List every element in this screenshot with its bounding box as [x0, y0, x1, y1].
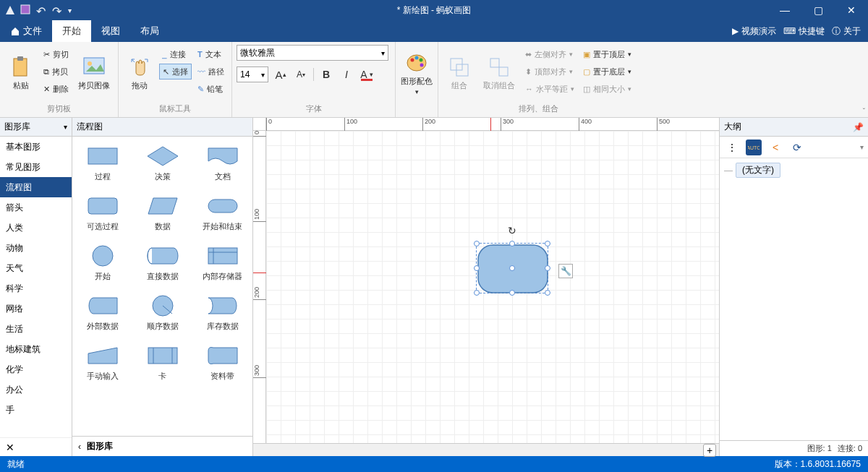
shape-item[interactable]: 可选过程 — [72, 191, 132, 235]
category-item[interactable]: 科学 — [0, 278, 72, 299]
resize-handle[interactable] — [474, 265, 480, 271]
category-item[interactable]: 化学 — [0, 359, 72, 379]
drag-tool-button[interactable]: 拖动 — [123, 45, 156, 101]
copy-button[interactable]: ⧉拷贝 — [41, 64, 72, 80]
shape-item[interactable]: 顺序数据 — [132, 291, 192, 335]
canvas-scrollbar-h[interactable]: + — [253, 443, 719, 456]
close-library-button[interactable]: ✕ — [0, 437, 72, 456]
shape-item[interactable]: 卡 — [132, 340, 192, 385]
resize-handle[interactable] — [509, 290, 515, 296]
category-item[interactable]: 手 — [0, 400, 72, 420]
shape-item[interactable]: 外部数据 — [72, 291, 132, 335]
resize-handle[interactable] — [545, 241, 550, 246]
minimize-button[interactable]: — — [768, 0, 801, 20]
shape-color-button[interactable]: 图形配色 ▾ — [400, 45, 433, 101]
cut-button[interactable]: ✂剪切 — [41, 46, 72, 62]
shape-item[interactable]: 文档 — [192, 141, 252, 185]
resize-handle[interactable] — [509, 241, 515, 246]
close-button[interactable]: ✕ — [835, 0, 868, 20]
bring-front-button[interactable]: ▣置于顶层▾ — [580, 46, 634, 62]
back-icon[interactable]: ‹ — [78, 442, 81, 452]
ungroup-button[interactable]: 取消组合 — [479, 45, 519, 101]
about-link[interactable]: ⓘ关于 — [832, 25, 861, 38]
category-item[interactable]: 动物 — [0, 238, 72, 258]
shape-item[interactable]: 手动输入 — [72, 340, 132, 385]
shape-item[interactable]: 过程 — [72, 141, 132, 185]
resize-handle[interactable] — [474, 290, 480, 296]
qat-dropdown-icon[interactable]: ▾ — [68, 7, 72, 14]
shape-item[interactable]: 开始 — [72, 241, 132, 285]
shapes-grid-scroll[interactable]: 过程决策文档可选过程数据开始和结束开始直接数据内部存储器外部数据顺序数据库存数据… — [72, 137, 252, 436]
pin-icon[interactable]: 📌 — [853, 122, 864, 132]
category-item[interactable]: 地标建筑 — [0, 339, 72, 359]
copy-image-button[interactable]: 拷贝图像 — [75, 45, 114, 101]
ribbon-collapse-button[interactable]: ˇ — [863, 108, 865, 116]
paste-button[interactable]: 粘贴 — [4, 45, 38, 101]
increase-font-button[interactable]: A▴ — [273, 66, 289, 82]
text-tool-button[interactable]: T文本 — [195, 46, 227, 62]
decrease-font-button[interactable]: A▾ — [293, 66, 309, 82]
selected-shape[interactable]: ↻ — [476, 243, 548, 293]
canvas[interactable]: ↻ 🔧 — [266, 131, 719, 443]
outline-auto-icon[interactable]: AUTO — [746, 140, 762, 155]
tab-layout[interactable]: 布局 — [130, 20, 169, 42]
resize-handle[interactable] — [474, 241, 480, 246]
shape-tool-icon[interactable]: 🔧 — [558, 264, 573, 278]
undo-icon[interactable]: ↶ — [36, 4, 48, 16]
pencil-tool-button[interactable]: ✎铅笔 — [195, 81, 227, 97]
tab-view[interactable]: 视图 — [91, 20, 130, 42]
center-handle[interactable] — [509, 265, 515, 271]
maximize-button[interactable]: ▢ — [801, 0, 835, 20]
category-item[interactable]: 天气 — [0, 258, 72, 278]
select-tool-button[interactable]: ↖选择 — [159, 64, 192, 80]
path-tool-button[interactable]: 〰路径 — [195, 64, 227, 80]
delete-button[interactable]: ✕删除 — [41, 81, 72, 97]
add-page-button[interactable]: + — [703, 444, 716, 457]
dist-h-button[interactable]: ↔水平等距▾ — [522, 81, 577, 97]
redo-icon[interactable]: ↷ — [52, 4, 64, 16]
bold-button[interactable]: B — [318, 66, 334, 82]
shape-item[interactable]: 库存数据 — [192, 291, 252, 335]
italic-button[interactable]: I — [339, 66, 354, 82]
video-demo-link[interactable]: ▶视频演示 — [732, 25, 776, 38]
outline-node[interactable]: — (无文字) — [724, 163, 864, 178]
send-back-button[interactable]: ▢置于底层▾ — [580, 64, 634, 80]
category-item[interactable]: 基本图形 — [0, 137, 72, 157]
outline-menu-icon[interactable]: ⋮ — [724, 140, 740, 155]
shape-label: 库存数据 — [207, 321, 239, 332]
shape-item[interactable]: 数据 — [132, 191, 192, 235]
outline-share-icon[interactable]: < — [767, 140, 783, 155]
shape-item[interactable]: 内部存储器 — [192, 241, 252, 285]
same-size-button[interactable]: ◫相同大小▾ — [580, 81, 634, 97]
resize-handle[interactable] — [545, 265, 550, 271]
outline-tree[interactable]: — (无文字) — [720, 158, 868, 440]
shape-item[interactable]: 决策 — [132, 141, 192, 185]
shortcuts-link[interactable]: ⌨快捷键 — [783, 25, 825, 38]
category-item[interactable]: 办公 — [0, 379, 72, 400]
save-icon[interactable] — [20, 4, 32, 16]
category-item[interactable]: 流程图 — [0, 177, 72, 197]
connect-tool-button[interactable]: ⎯连接 — [159, 46, 192, 62]
tab-start[interactable]: 开始 — [52, 20, 91, 42]
group-button[interactable]: 组合 — [443, 45, 476, 101]
chevron-down-icon[interactable]: ▾ — [860, 143, 864, 151]
font-size-combo[interactable]: 14 ▾ — [237, 66, 268, 82]
category-item[interactable]: 人类 — [0, 218, 72, 238]
font-color-button[interactable]: A▾ — [359, 66, 375, 82]
font-family-combo[interactable]: 微软雅黑 ▾ — [237, 45, 388, 61]
resize-handle[interactable] — [545, 290, 550, 296]
outline-refresh-icon[interactable]: ⟳ — [789, 140, 805, 155]
chevron-down-icon[interactable]: ▾ — [64, 123, 67, 131]
shape-item[interactable]: 直接数据 — [132, 241, 192, 285]
tab-file[interactable]: 文件 — [0, 20, 52, 42]
shape-item[interactable]: 资料带 — [192, 340, 252, 385]
category-item[interactable]: 生活 — [0, 319, 72, 339]
align-top-button[interactable]: ⬍顶部对齐▾ — [522, 64, 577, 80]
hand-icon — [128, 56, 151, 79]
category-item[interactable]: 常见图形 — [0, 157, 72, 177]
category-item[interactable]: 箭头 — [0, 197, 72, 218]
align-left-button[interactable]: ⬌左侧对齐▾ — [522, 46, 577, 62]
rotate-handle-icon[interactable]: ↻ — [508, 225, 516, 236]
shape-item[interactable]: 开始和结束 — [192, 191, 252, 235]
category-item[interactable]: 网络 — [0, 299, 72, 319]
